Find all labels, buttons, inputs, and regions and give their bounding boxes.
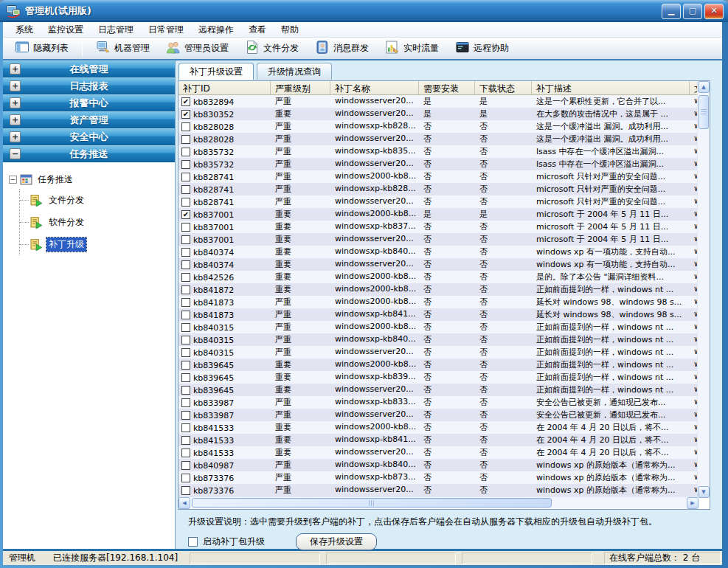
menu-item-1[interactable]: 监控设置 [41, 22, 90, 38]
patch-row[interactable]: kb842526重要windows2000-kb8...否否是的。除了本公告 "… [178, 271, 698, 283]
tree-item-0[interactable]: 文件分发 [20, 189, 175, 211]
patch-row[interactable]: ✔kb832894严重windowsserver20...是是这是一个累积性更新… [178, 95, 698, 108]
patch-checkbox[interactable]: ✔ [181, 97, 190, 106]
scroll-left-button[interactable]: ◀ [178, 497, 190, 509]
patch-checkbox[interactable] [181, 160, 190, 169]
column-header-5[interactable]: 补丁描述 [532, 81, 690, 94]
patch-row[interactable]: kb841533重要windowsserver20...否否在 2004 年 4… [178, 446, 698, 459]
sidebar-section-3[interactable]: +资产管理 [3, 111, 175, 128]
column-header-3[interactable]: 需要安装 [419, 81, 475, 94]
patch-checkbox[interactable] [181, 448, 190, 457]
patch-row[interactable]: kb828028严重windowsxp-kb828...否否这是一个缓冲溢出 漏… [178, 120, 698, 133]
vertical-scrollbar[interactable]: ▲ ▼ [697, 81, 710, 498]
patch-row[interactable]: ✔kb837001重要windows2000-kb8...是是microsoft… [178, 208, 698, 221]
expand-icon[interactable]: + [10, 114, 21, 125]
patch-row[interactable]: kb841873严重windowsxp-kb841...否否延长对 window… [178, 308, 698, 321]
patch-row[interactable]: kb828741严重windowsserver20...否否microsoft … [178, 195, 698, 208]
patch-row[interactable]: kb837001重要windowsserver20...否否microsoft … [178, 233, 698, 246]
toolbar-button-5[interactable]: 消息群发 [309, 38, 375, 58]
patch-row[interactable]: kb873376严重windowsserver20...否否windows xp… [178, 484, 698, 496]
patch-checkbox[interactable] [181, 248, 190, 257]
sidebar-section-2[interactable]: +报警中心 [3, 94, 175, 111]
expand-icon[interactable]: + [10, 131, 21, 142]
patch-checkbox[interactable] [181, 235, 190, 244]
patch-row[interactable]: kb833987严重windowsserver20...否否安全公告已被更新，通… [178, 409, 698, 421]
scroll-up-button[interactable]: ▲ [698, 81, 710, 93]
scroll-down-button[interactable]: ▼ [698, 486, 710, 498]
collapse-icon[interactable]: − [10, 148, 21, 159]
patch-row[interactable]: kb840315严重windowsxp-kb840...否否正如前面提到的一样，… [178, 333, 698, 346]
expand-icon[interactable]: + [10, 97, 21, 108]
patch-checkbox[interactable] [181, 486, 190, 495]
column-header-2[interactable]: 补丁名称 [330, 81, 419, 94]
horizontal-scrollbar[interactable]: ◀ ▶ [178, 496, 698, 509]
patch-checkbox[interactable] [181, 348, 190, 357]
column-header-1[interactable]: 严重级别 [271, 81, 330, 94]
patch-checkbox[interactable] [181, 386, 190, 395]
patch-row[interactable]: kb835732严重windowsxp-kb835...否否lsass 中存在一… [178, 145, 698, 158]
tab-1[interactable]: 升级情况查询 [257, 63, 332, 80]
column-header-4[interactable]: 下载状态 [475, 81, 532, 94]
tree-root-item[interactable]: −任务推送 [9, 170, 175, 189]
patch-checkbox[interactable] [181, 423, 190, 432]
patch-checkbox[interactable] [181, 260, 190, 269]
expand-icon[interactable]: + [10, 63, 21, 75]
patch-row[interactable]: kb839645重要windows2000-kb8...否否正如前面提到的一样，… [178, 359, 698, 371]
menu-item-0[interactable]: 系统 [9, 22, 40, 38]
patch-checkbox[interactable]: ✔ [181, 210, 190, 219]
scroll-right-button[interactable]: ▶ [687, 497, 698, 509]
patch-row[interactable]: kb841533重要windows2000-kb8...否否在 2004 年 4… [178, 421, 698, 434]
toolbar-button-7[interactable]: 远程协助 [449, 38, 515, 58]
toolbar-button-0[interactable]: 隐藏列表 [9, 38, 74, 58]
menu-item-6[interactable]: 帮助 [274, 22, 305, 38]
patch-row[interactable]: kb840315严重windowsserver20...否否正如前面提到的一样，… [178, 346, 698, 359]
menu-item-4[interactable]: 远程操作 [192, 22, 240, 38]
patch-checkbox[interactable] [181, 361, 190, 370]
horizontal-scroll-thumb[interactable] [192, 498, 552, 508]
patch-row[interactable]: kb873376严重windowsxp-kb873...否否windows xp… [178, 471, 698, 484]
patch-row[interactable]: kb840374重要windowsserver20...否否windows xp… [178, 258, 698, 271]
vertical-scroll-thumb[interactable] [698, 95, 709, 129]
patch-row[interactable]: kb841873严重windows2000-kb8...否否延长对 window… [178, 296, 698, 308]
patch-checkbox[interactable] [181, 336, 190, 344]
patch-checkbox[interactable] [181, 323, 190, 332]
menu-item-5[interactable]: 查看 [242, 22, 273, 38]
patch-checkbox[interactable] [181, 461, 190, 470]
patch-row[interactable]: kb841872重要windows2000-kb8...否否正如前面提到的一样，… [178, 283, 698, 296]
patch-checkbox[interactable] [181, 148, 190, 156]
patch-row[interactable]: kb839645重要windowsxp-kb839...否否正如前面提到的一样，… [178, 371, 698, 384]
patch-row[interactable]: kb840374重要windowsxp-kb840...否否windows xp… [178, 246, 698, 258]
patch-checkbox[interactable] [181, 122, 190, 131]
sidebar-section-5[interactable]: −任务推送 [3, 145, 175, 162]
patch-checkbox[interactable] [181, 273, 190, 282]
patch-checkbox[interactable] [181, 185, 190, 194]
patch-row[interactable]: kb828741严重windowsxp-kb828...否否microsoft … [178, 183, 698, 195]
patch-row[interactable]: kb840987严重windowsxp-kb840...否否windows xp… [178, 459, 698, 471]
sidebar-section-4[interactable]: +安全中心 [3, 128, 175, 145]
enable-patch-upgrade-checkbox[interactable] [188, 537, 198, 547]
patch-checkbox[interactable] [181, 436, 190, 445]
patch-row[interactable]: kb837001重要windowsxp-kb837...否否microsoft … [178, 221, 698, 233]
patch-checkbox[interactable] [181, 223, 190, 232]
patch-checkbox[interactable] [181, 135, 190, 144]
patch-row[interactable]: kb840315严重windows2000-kb8...否否正如前面提到的一样，… [178, 321, 698, 333]
menu-item-3[interactable]: 日常管理 [142, 22, 190, 38]
maximize-button[interactable]: ▢ [683, 4, 702, 19]
patch-checkbox[interactable] [181, 474, 190, 482]
patch-row[interactable]: ✔kb830352重要windowsserver20...是是在大多数的攻击情况… [178, 108, 698, 120]
patch-row[interactable]: kb828741严重windows2000-kb8...否否microsoft … [178, 170, 698, 183]
patch-row[interactable]: kb833987严重windowsxp-kb833...否否安全公告已被更新，通… [178, 396, 698, 409]
toolbar-button-2[interactable]: 机器管理 [90, 38, 156, 58]
patch-checkbox[interactable] [181, 298, 190, 307]
patch-checkbox[interactable] [181, 398, 190, 407]
patch-row[interactable]: kb835732严重windowsserver20...否否lsass 中存在一… [178, 158, 698, 170]
column-header-0[interactable]: 补丁ID [178, 81, 271, 94]
patch-checkbox[interactable] [181, 411, 190, 420]
patch-checkbox[interactable] [181, 373, 190, 382]
patch-checkbox[interactable]: ✔ [181, 110, 190, 119]
sidebar-section-1[interactable]: +日志报表 [3, 77, 175, 94]
toolbar-button-3[interactable]: 管理员设置 [160, 38, 235, 58]
close-button[interactable]: ✕ [704, 4, 724, 19]
tree-item-1[interactable]: 软件分发 [20, 211, 175, 233]
minimize-button[interactable]: ▁ [662, 4, 681, 19]
